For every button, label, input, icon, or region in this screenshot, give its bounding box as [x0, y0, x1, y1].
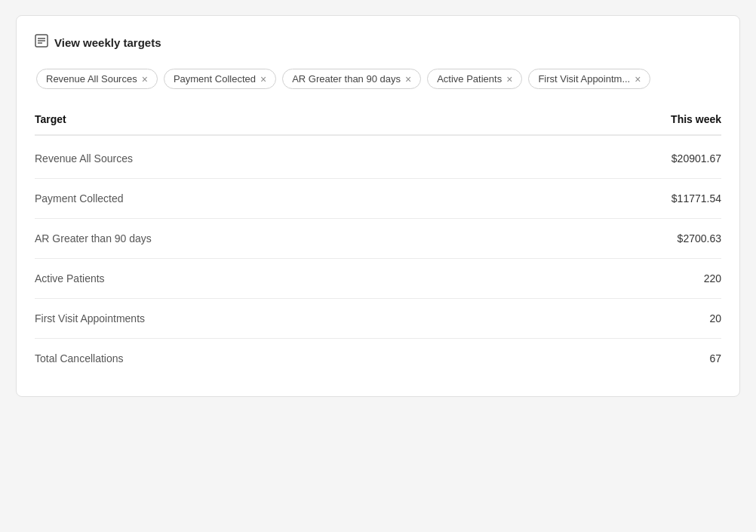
- filter-revenue-label: Revenue All Sources: [46, 73, 137, 85]
- row-target-5: Total Cancellations: [35, 352, 124, 364]
- filter-bar: Revenue All Sources×Payment Collected×AR…: [35, 66, 721, 92]
- filter-ar[interactable]: AR Greater than 90 days×: [282, 69, 421, 89]
- row-value-0: $20901.67: [631, 152, 721, 165]
- col-target-header: Target: [35, 113, 66, 125]
- table-row: AR Greater than 90 days$2700.63: [35, 219, 721, 259]
- filter-patients[interactable]: Active Patients×: [427, 69, 522, 89]
- table-row: Total Cancellations67: [35, 339, 721, 378]
- main-card: View weekly targets Revenue All Sources×…: [16, 15, 740, 397]
- table-body: Revenue All Sources$20901.67Payment Coll…: [35, 139, 721, 378]
- header-icon: [35, 34, 48, 51]
- row-value-1: $11771.54: [631, 192, 721, 204]
- row-target-4: First Visit Appointments: [35, 312, 145, 324]
- filter-first-visit-label: First Visit Appointm...: [538, 73, 630, 85]
- filter-first-visit[interactable]: First Visit Appointm...×: [528, 69, 650, 89]
- card-header: View weekly targets: [35, 34, 721, 51]
- table-row: Revenue All Sources$20901.67: [35, 139, 721, 179]
- col-week-header: This week: [631, 113, 721, 125]
- table-header: Target This week: [35, 113, 721, 136]
- row-target-1: Payment Collected: [35, 192, 124, 204]
- filter-ar-close[interactable]: ×: [405, 74, 411, 85]
- header-title: View weekly targets: [54, 36, 161, 49]
- row-value-3: 220: [631, 272, 721, 284]
- row-target-2: AR Greater than 90 days: [35, 232, 152, 244]
- row-value-2: $2700.63: [631, 232, 721, 244]
- filter-revenue[interactable]: Revenue All Sources×: [36, 69, 158, 89]
- filter-payment-label: Payment Collected: [174, 73, 256, 85]
- row-value-4: 20: [631, 312, 721, 324]
- row-target-3: Active Patients: [35, 272, 105, 284]
- row-value-5: 67: [631, 352, 721, 364]
- table-row: Payment Collected$11771.54: [35, 179, 721, 219]
- table-row: Active Patients220: [35, 259, 721, 299]
- row-target-0: Revenue All Sources: [35, 152, 133, 165]
- filter-first-visit-close[interactable]: ×: [635, 74, 641, 85]
- filter-revenue-close[interactable]: ×: [142, 74, 148, 85]
- filter-payment[interactable]: Payment Collected×: [164, 69, 276, 89]
- table-row: First Visit Appointments20: [35, 299, 721, 339]
- filter-payment-close[interactable]: ×: [260, 74, 266, 85]
- filter-patients-close[interactable]: ×: [506, 74, 512, 85]
- filter-ar-label: AR Greater than 90 days: [292, 73, 401, 85]
- filter-patients-label: Active Patients: [437, 73, 502, 85]
- targets-table: Target This week Revenue All Sources$209…: [35, 113, 721, 378]
